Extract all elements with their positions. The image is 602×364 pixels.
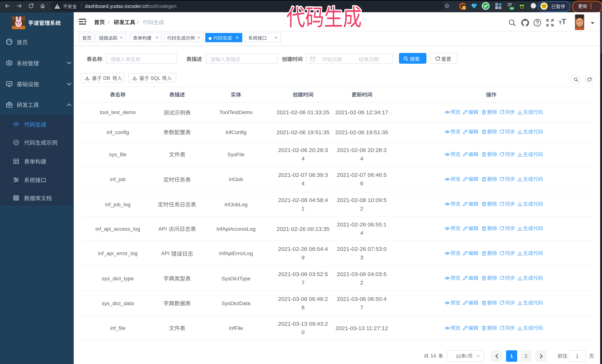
svg-text:1: 1 [463,6,465,9]
svg-text:on: on [510,7,513,10]
